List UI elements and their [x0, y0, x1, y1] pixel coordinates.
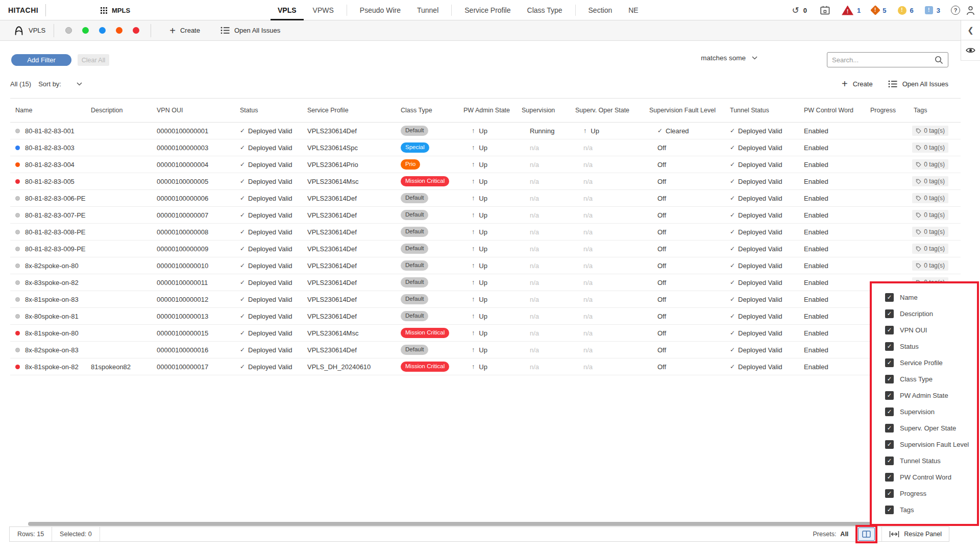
column-header-tags[interactable]: Tags — [909, 107, 961, 114]
checkbox-checked-icon[interactable]: ✓ — [885, 326, 894, 334]
tags-chip[interactable]: 0 tag(s) — [912, 142, 948, 153]
sort-by-dropdown[interactable] — [77, 82, 82, 86]
presets-value[interactable]: All — [840, 531, 848, 538]
column-toggle-vpn-oui[interactable]: ✓ VPN OUI — [885, 322, 977, 338]
alarm-circle-icon[interactable]: ! — [898, 6, 906, 15]
checkbox-checked-icon[interactable]: ✓ — [885, 358, 894, 367]
table-row[interactable]: 80-81-82-83-005 00000100000005 ✓Deployed… — [10, 173, 961, 190]
table-row[interactable]: 80-81-82-83-004 00000100000004 ✓Deployed… — [10, 156, 961, 173]
column-header-status[interactable]: Status — [235, 107, 302, 114]
column-toggle-progress[interactable]: ✓ Progress — [885, 485, 977, 501]
column-header-supervision[interactable]: Supervision — [517, 107, 570, 114]
column-header-name[interactable]: Name — [10, 107, 86, 114]
checkbox-checked-icon[interactable]: ✓ — [885, 489, 894, 498]
table-row[interactable]: 8x-82spoke-on-80 00000100000010 ✓Deploye… — [10, 257, 961, 274]
column-header-pw-control-word[interactable]: PW Control Word — [799, 107, 865, 114]
refresh-icon[interactable]: ↺ — [792, 6, 799, 15]
tags-chip[interactable]: 0 tag(s) — [912, 227, 948, 237]
help-icon[interactable]: ? — [951, 6, 960, 15]
table-row[interactable]: 80-81-82-83-003 00000100000003 ✓Deployed… — [10, 139, 961, 156]
tags-chip[interactable]: 0 tag(s) — [912, 210, 948, 220]
table-row[interactable]: 80-81-82-83-007-PED 00000100000007 ✓Depl… — [10, 207, 961, 224]
checkbox-checked-icon[interactable]: ✓ — [885, 342, 894, 351]
checkbox-checked-icon[interactable]: ✓ — [885, 506, 894, 514]
collapse-panel-button[interactable]: ❮ — [961, 20, 980, 40]
column-header-class-type[interactable]: Class Type — [396, 107, 458, 114]
create-button-secondary[interactable]: + Create — [842, 79, 873, 89]
column-header-supervision-fault-level[interactable]: Supervision Fault Level — [644, 107, 725, 114]
tab-tunnel[interactable]: Tunnel — [409, 0, 447, 20]
tags-chip[interactable]: 0 tag(s) — [912, 244, 948, 254]
checkbox-checked-icon[interactable]: ✓ — [885, 309, 894, 318]
table-row[interactable]: 8x-81spoke-on-83 00000100000012 ✓Deploye… — [10, 291, 961, 308]
column-header-progress[interactable]: Progress — [865, 107, 909, 114]
checkbox-checked-icon[interactable]: ✓ — [885, 391, 894, 400]
tags-chip[interactable]: 0 tag(s) — [912, 176, 948, 186]
tags-chip[interactable]: 0 tag(s) — [912, 126, 948, 136]
table-row[interactable]: 8x-83spoke-on-82 00000100000011 ✓Deploye… — [10, 274, 961, 291]
tags-chip[interactable]: 0 tag(s) — [912, 193, 948, 203]
open-all-issues-button-secondary[interactable]: Open All Issues — [888, 80, 948, 88]
severity-filter-dot-0[interactable] — [65, 27, 72, 34]
create-button[interactable]: + Create — [169, 26, 200, 36]
column-header-superv-oper-state[interactable]: Superv. Oper State — [570, 107, 644, 114]
calendar-icon[interactable] — [820, 6, 830, 15]
alarm-triangle-icon[interactable]: ! — [842, 6, 853, 15]
tags-chip[interactable]: 0 tag(s) — [912, 159, 948, 170]
resize-panel-button[interactable]: Resize Panel — [882, 531, 949, 538]
column-header-pw-admin-state[interactable]: PW Admin State — [458, 107, 517, 114]
column-toggle-superv-oper-state[interactable]: ✓ Superv. Oper State — [885, 420, 977, 436]
alarm-square-icon[interactable]: ! — [925, 6, 933, 14]
column-chooser-button[interactable] — [858, 527, 875, 541]
checkbox-checked-icon[interactable]: ✓ — [885, 293, 894, 302]
checkbox-checked-icon[interactable]: ✓ — [885, 440, 894, 449]
table-row[interactable]: 80-81-82-83-001 00000100000001 ✓Deployed… — [10, 123, 961, 139]
table-row[interactable]: 80-81-82-83-009-PED 00000100000009 ✓Depl… — [10, 241, 961, 257]
scrollbar-thumb[interactable] — [28, 522, 939, 526]
tags-chip[interactable]: 0 tag(s) — [912, 260, 948, 271]
column-toggle-pw-control-word[interactable]: ✓ PW Control Word — [885, 469, 977, 485]
severity-filter-dot-2[interactable] — [99, 27, 106, 34]
column-header-service-profile[interactable]: Service Profile — [302, 107, 396, 114]
table-row[interactable]: 80-81-82-83-008-PED 00000100000008 ✓Depl… — [10, 224, 961, 241]
alarm-diamond-icon[interactable]: ! — [870, 5, 880, 15]
tab-section[interactable]: Section — [580, 0, 621, 20]
column-toggle-name[interactable]: ✓ Name — [885, 289, 977, 305]
table-row[interactable]: 8x-81spoke-on-80 00000100000015 ✓Deploye… — [10, 325, 961, 342]
add-filter-button[interactable]: Add Filter — [11, 54, 71, 66]
table-row[interactable]: 80-81-82-83-006-PED 00000100000006 ✓Depl… — [10, 190, 961, 207]
column-header-vpn-oui[interactable]: VPN OUI — [152, 107, 235, 114]
severity-filter-dot-3[interactable] — [116, 27, 122, 34]
table-row[interactable]: 8x-82spoke-on-83 00000100000016 ✓Deploye… — [10, 342, 961, 358]
column-toggle-tunnel-status[interactable]: ✓ Tunnel Status — [885, 452, 977, 469]
column-toggle-supervision-fault-level[interactable]: ✓ Supervision Fault Level — [885, 436, 977, 452]
column-toggle-service-profile[interactable]: ✓ Service Profile — [885, 354, 977, 371]
table-row[interactable]: 8x-81spoke-on-82 81spokeon82 00000100000… — [10, 358, 961, 375]
severity-filter-dot-4[interactable] — [133, 27, 139, 34]
column-toggle-status[interactable]: ✓ Status — [885, 338, 977, 354]
column-header-description[interactable]: Description — [86, 107, 152, 114]
match-mode-dropdown[interactable]: matches some — [701, 54, 757, 62]
tab-class-type[interactable]: Class Type — [519, 0, 571, 20]
column-toggle-supervision[interactable]: ✓ Supervision — [885, 403, 977, 420]
tab-pseudo-wire[interactable]: Pseudo Wire — [352, 0, 409, 20]
severity-filter-dot-1[interactable] — [82, 27, 89, 34]
column-toggle-class-type[interactable]: ✓ Class Type — [885, 371, 977, 387]
tab-vpls[interactable]: VPLS — [270, 0, 305, 20]
search-input[interactable] — [832, 56, 935, 64]
tab-service-profile[interactable]: Service Profile — [456, 0, 519, 20]
column-toggle-description[interactable]: ✓ Description — [885, 305, 977, 322]
checkbox-checked-icon[interactable]: ✓ — [885, 407, 894, 416]
checkbox-checked-icon[interactable]: ✓ — [885, 375, 894, 383]
column-toggle-tags[interactable]: ✓ Tags — [885, 501, 977, 518]
tab-vpws[interactable]: VPWS — [305, 0, 342, 20]
checkbox-checked-icon[interactable]: ✓ — [885, 457, 894, 465]
checkbox-checked-icon[interactable]: ✓ — [885, 424, 894, 433]
open-all-issues-button[interactable]: Open All Issues — [220, 27, 280, 34]
table-row[interactable]: 8x-80spoke-on-81 00000100000013 ✓Deploye… — [10, 308, 961, 325]
app-switcher[interactable]: MPLS — [101, 0, 130, 20]
user-icon[interactable] — [966, 6, 975, 15]
checkbox-checked-icon[interactable]: ✓ — [885, 473, 894, 482]
column-header-tunnel-status[interactable]: Tunnel Status — [725, 107, 799, 114]
column-toggle-pw-admin-state[interactable]: ✓ PW Admin State — [885, 387, 977, 403]
